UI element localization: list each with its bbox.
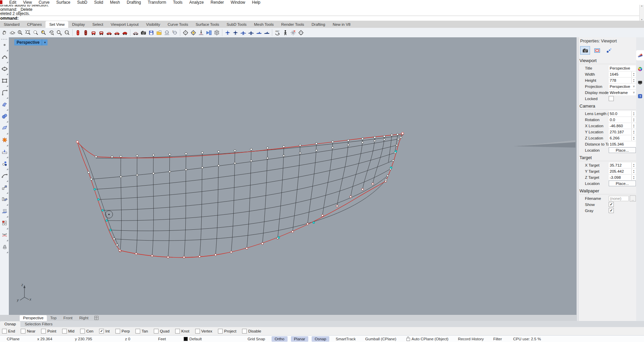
toolbar-tab-curve-tools[interactable]: Curve Tools	[164, 21, 192, 28]
compass-view-button[interactable]	[289, 28, 297, 37]
toolbar-tab-visibility[interactable]: Visibility	[142, 21, 164, 28]
two-point-perspective-button[interactable]	[171, 28, 179, 37]
property-field-display-mode[interactable]: Wireframe∨	[609, 90, 636, 95]
status-toggle-filter[interactable]: Filter	[490, 336, 505, 342]
property-field-height[interactable]: 778	[609, 78, 631, 83]
zoom-selected-button[interactable]	[32, 28, 40, 37]
viewport-title-label[interactable]: Perspective ▼	[14, 39, 48, 45]
osnap-knot[interactable]: Knot	[175, 329, 189, 334]
status-cplane-button[interactable]: CPlane	[5, 336, 22, 342]
set-view-perspective-button[interactable]	[121, 28, 129, 37]
gumball-properties-button[interactable]	[604, 46, 614, 55]
camera-properties-button[interactable]	[580, 46, 590, 55]
property-field-y-target[interactable]: 205.442	[609, 169, 631, 174]
zoom-window-button[interactable]	[24, 28, 32, 37]
sidebar-tool-fillet-curves[interactable]	[0, 88, 8, 100]
property-field-x-location[interactable]: -46.860	[609, 123, 631, 129]
command-scrollbar[interactable]: ▲▼	[639, 5, 644, 21]
spin-view-360-button[interactable]	[274, 28, 281, 37]
plane-left-view-button[interactable]	[255, 28, 263, 37]
camera-target-button[interactable]	[182, 28, 189, 37]
property-field-z-location[interactable]: 6.266	[609, 135, 631, 141]
new-viewport-layout-icon[interactable]	[94, 316, 98, 320]
zoom-1to1-button[interactable]	[63, 28, 71, 37]
status-toggle-planar[interactable]: Planar	[291, 336, 308, 342]
sidebar-tool-ellipse[interactable]	[0, 64, 8, 76]
spinner-down-icon[interactable]: ▼	[633, 114, 635, 116]
named-views-button[interactable]	[155, 28, 163, 37]
osnap-checkbox-point[interactable]	[41, 329, 46, 334]
walk-mode-button[interactable]	[281, 28, 289, 37]
status-toggle-ortho[interactable]: Ortho	[272, 336, 288, 342]
menu-item-curve[interactable]: Curve	[35, 0, 53, 5]
sidebar-tool-surface-from-curves[interactable]	[0, 100, 8, 112]
menu-item-surface[interactable]: Surface	[53, 0, 74, 5]
spinner-control[interactable]: ▲▼	[631, 163, 636, 168]
spinner-control[interactable]: ▲▼	[631, 117, 636, 122]
property-field-x-target[interactable]: 35.712	[609, 163, 631, 168]
menu-item-solid[interactable]: Solid	[91, 0, 107, 5]
osnap-quad[interactable]: Quad	[154, 329, 169, 334]
sidebar-tool-rectangle[interactable]	[0, 76, 8, 88]
property-field-distance-to-target[interactable]: 105.346	[609, 141, 636, 147]
osnap-cen[interactable]: Cen	[80, 329, 93, 334]
browse-button[interactable]: ...	[630, 195, 636, 202]
osnap-mid[interactable]: Mid	[62, 329, 75, 334]
viewport-tab-front[interactable]: Front	[60, 315, 76, 321]
menu-item-render[interactable]: Render	[207, 0, 227, 5]
viewport-tab-right[interactable]: Right	[76, 315, 92, 321]
toolbar-tab-display[interactable]: Display	[68, 21, 89, 28]
osnap-checkbox-quad[interactable]	[154, 329, 159, 334]
osnap-checkbox-int[interactable]: ✓	[99, 329, 104, 334]
spinner-down-icon[interactable]: ▼	[633, 80, 635, 82]
osnap-checkbox-mid[interactable]	[62, 329, 67, 334]
osnap-checkbox-end[interactable]	[2, 329, 7, 334]
osnap-perp[interactable]: Perp	[115, 329, 130, 334]
sidebar-tool-move-copy[interactable]	[0, 183, 8, 195]
walkabout-button[interactable]	[132, 28, 140, 37]
place-camera-button[interactable]	[140, 28, 147, 37]
status-toggle-gumball-cplane-[interactable]: Gumball (CPlane)	[362, 336, 399, 342]
plane-bottom-view-button[interactable]	[232, 28, 239, 37]
sidebar-tool-hatch[interactable]	[0, 148, 8, 159]
osnap-project[interactable]: Project	[218, 329, 236, 334]
undo-view-change-button[interactable]	[48, 28, 55, 37]
spinner-control[interactable]: ▲▼	[631, 111, 636, 116]
menu-item-subd[interactable]: SubD	[74, 0, 91, 5]
set-view-front-button[interactable]	[90, 28, 97, 37]
sidebar-tool-array[interactable]	[0, 219, 8, 231]
chevron-down-icon[interactable]: ∨	[633, 85, 636, 88]
viewport-tab-perspective[interactable]: Perspective	[20, 315, 47, 321]
property-field-rotation[interactable]: 0.0	[609, 117, 631, 122]
spinner-down-icon[interactable]: ▼	[633, 120, 635, 122]
plane-front-view-button[interactable]	[239, 28, 247, 37]
osnap-int[interactable]: ✓Int	[99, 329, 110, 334]
checkbox-gray[interactable]: ✓	[609, 208, 614, 213]
app-icon[interactable]	[0, 0, 2, 4]
osnap-tan[interactable]: Tan	[135, 329, 148, 334]
toolbar-tab-subd-tools[interactable]: SubD Tools	[223, 21, 251, 28]
toolbar-tab-standard[interactable]: Standard	[0, 21, 23, 28]
osnap-checkbox-near[interactable]	[21, 329, 25, 334]
property-field-title[interactable]: Perspective	[609, 65, 636, 71]
plane-top-view-button[interactable]	[224, 28, 232, 37]
menu-item-tools[interactable]: Tools	[170, 0, 186, 5]
osnap-point[interactable]: Point	[41, 329, 56, 334]
zoom-extents-button[interactable]	[40, 28, 48, 37]
bottom-tab-selection-filters[interactable]: Selection Filters	[20, 321, 57, 327]
osnap-end[interactable]: End	[2, 329, 15, 334]
status-toggle-osnap[interactable]: Osnap	[312, 336, 329, 342]
rotate-view-button[interactable]	[8, 28, 16, 37]
checkbox-locked[interactable]	[609, 96, 614, 101]
osnap-disable[interactable]: Disable	[242, 329, 261, 334]
zoom-dynamic-button[interactable]	[16, 28, 24, 37]
viewport-title-text[interactable]: Perspective	[14, 39, 42, 45]
spinner-control[interactable]: ▲▼	[631, 78, 636, 83]
save-named-view-button[interactable]	[147, 28, 155, 37]
property-field-lens-length-mm-[interactable]: 50.0	[609, 111, 631, 116]
toolbar-tab-surface-tools[interactable]: Surface Tools	[192, 21, 223, 28]
menu-item-edit[interactable]: Edit	[6, 0, 20, 5]
property-field-y-location[interactable]: 270.187	[609, 129, 631, 135]
chevron-down-icon[interactable]: ∨	[633, 91, 636, 94]
osnap-near[interactable]: Near	[21, 329, 35, 334]
